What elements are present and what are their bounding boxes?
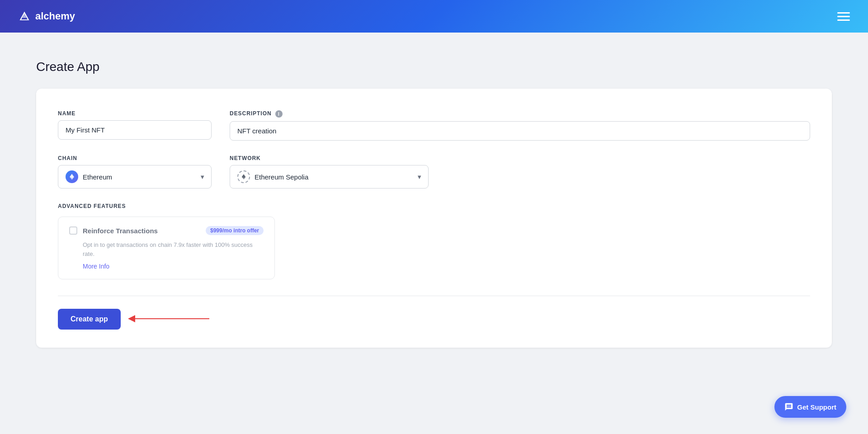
network-label: NETWORK: [230, 155, 429, 161]
feature-badge: $999/mo intro offer: [206, 226, 264, 235]
chain-value: Ethereum: [83, 173, 112, 181]
chain-label: CHAIN: [58, 155, 212, 161]
feature-header: Reinforce Transactions $999/mo intro off…: [69, 226, 264, 235]
advanced-features-label: ADVANCED FEATURES: [58, 203, 810, 209]
description-input[interactable]: [230, 121, 810, 141]
network-select-display[interactable]: Ethereum Sepolia: [230, 165, 429, 189]
name-label: NAME: [58, 110, 212, 117]
description-info-icon: i: [275, 110, 283, 118]
name-description-row: NAME DESCRIPTION i: [58, 110, 810, 141]
create-app-form: NAME DESCRIPTION i CHAIN: [36, 89, 832, 348]
main-content: Create App NAME DESCRIPTION i CHAIN: [0, 33, 868, 375]
logo: alchemy: [18, 10, 75, 23]
chain-network-row: CHAIN Ethereum ▼: [58, 155, 810, 189]
arrow-annotation: [128, 305, 218, 332]
name-field-group: NAME: [58, 110, 212, 141]
feature-name: Reinforce Transactions: [83, 227, 158, 235]
reinforce-transactions-card: Reinforce Transactions $999/mo intro off…: [58, 217, 275, 279]
alchemy-logo-icon: [18, 10, 31, 23]
ethereum-network-icon: [237, 170, 250, 183]
reinforce-transactions-checkbox[interactable]: [69, 226, 77, 235]
form-divider: [58, 296, 810, 296]
logo-text: alchemy: [35, 10, 75, 22]
advanced-features-section: ADVANCED FEATURES Reinforce Transactions…: [58, 203, 810, 279]
feature-description: Opt in to get transactions on chain 7.9x…: [69, 241, 264, 258]
create-app-button[interactable]: Create app: [58, 309, 121, 330]
network-select[interactable]: Ethereum Sepolia ▼: [230, 165, 429, 189]
name-input[interactable]: [58, 120, 212, 140]
chain-field-group: CHAIN Ethereum ▼: [58, 155, 212, 189]
chain-select-display[interactable]: Ethereum: [58, 165, 212, 189]
description-label: DESCRIPTION i: [230, 110, 810, 118]
hamburger-menu[interactable]: [837, 12, 850, 21]
chat-icon: [784, 402, 793, 411]
page-title: Create App: [36, 60, 832, 74]
network-value: Ethereum Sepolia: [255, 173, 308, 181]
network-chevron-icon: ▼: [416, 174, 422, 180]
get-support-button[interactable]: Get Support: [774, 396, 846, 418]
app-header: alchemy: [0, 0, 868, 33]
chain-select[interactable]: Ethereum ▼: [58, 165, 212, 189]
network-field-group: NETWORK Ethereum Sepolia ▼: [230, 155, 429, 189]
more-info-link[interactable]: More Info: [69, 263, 264, 270]
chain-chevron-icon: ▼: [199, 174, 205, 180]
description-field-group: DESCRIPTION i: [230, 110, 810, 141]
ethereum-chain-icon: [66, 170, 78, 183]
get-support-label: Get Support: [797, 403, 836, 411]
create-button-wrapper: Create app: [58, 309, 121, 330]
